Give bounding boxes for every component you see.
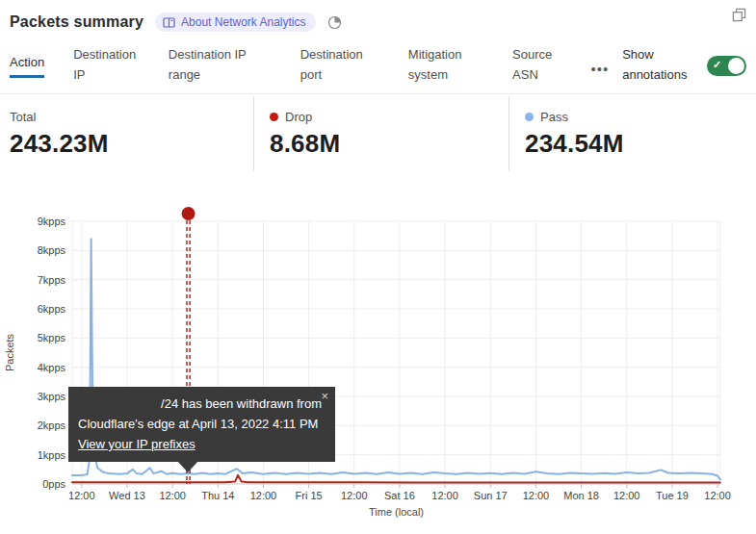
x-tick-label: Fri 15 [296, 490, 323, 501]
tab-label: Destination IP range [169, 45, 272, 86]
x-tick-label: 12:00 [704, 490, 731, 501]
series-line-drop [72, 475, 720, 483]
x-tick-label: 12:00 [250, 490, 277, 501]
x-tick-label: 12:00 [341, 490, 368, 501]
y-axis-title: Packets [4, 333, 15, 371]
x-tick-label: 12:00 [523, 490, 550, 501]
packets-chart[interactable]: 12:00Wed 1312:00Thu 1412:00Fri 1512:00Sa… [0, 202, 756, 534]
close-icon[interactable]: × [321, 390, 328, 402]
stats-row: Total 243.23M Drop 8.68M Pass 234.54M [0, 96, 756, 171]
annotations-control: Show annotations ✓ [622, 45, 746, 86]
page-title: Packets summary [10, 13, 143, 31]
x-tick-label: Tue 19 [656, 490, 689, 501]
y-tick-label: 2kpps [38, 420, 66, 431]
x-tick-label: Thu 14 [201, 490, 234, 501]
tab-list: ActionDestination IPDestination IP range… [10, 45, 565, 86]
tab-destination-ip[interactable]: Destination IP [73, 45, 140, 86]
x-tick-label: Sat 16 [384, 490, 415, 501]
x-axis-title: Time (local) [369, 506, 424, 518]
x-tick-label: 12:00 [613, 490, 640, 501]
toggle-knob [728, 58, 744, 74]
view-ip-prefixes-link[interactable]: View your IP prefixes [78, 437, 196, 451]
check-icon: ✓ [713, 59, 721, 71]
drop-legend-dot [270, 113, 278, 121]
chart-canvas: 12:00Wed 1312:00Thu 1412:00Fri 1512:00Sa… [0, 202, 756, 534]
show-annotations-label: Show annotations [622, 45, 697, 86]
x-tick-label: Mon 18 [563, 490, 599, 501]
y-tick-label: 3kpps [38, 391, 66, 402]
y-tick-label: 4kpps [38, 362, 66, 373]
tab-mitigation-system[interactable]: Mitigation system [408, 45, 483, 86]
tab-label: Action [10, 53, 44, 79]
x-tick-label: 12:00 [68, 490, 95, 501]
tooltip-text-line2: Cloudflare's edge at April 13, 2022 4:11… [78, 414, 324, 434]
tab-action[interactable]: Action [10, 53, 44, 79]
y-tick-label: 1kpps [38, 449, 66, 461]
stat-label: Total [10, 110, 36, 124]
tooltip-caret [177, 461, 198, 472]
show-annotations-toggle[interactable]: ✓ [707, 56, 746, 76]
tab-source-asn[interactable]: Source ASN [512, 45, 565, 86]
widget-header: Packets summary About Network Analytics [10, 8, 746, 37]
pass-legend-dot [525, 113, 534, 121]
more-tabs-button[interactable]: ••• [590, 56, 609, 76]
tab-label: Source ASN [512, 45, 565, 86]
stat-label: Drop [285, 110, 312, 124]
stat-label: Pass [540, 110, 568, 124]
book-icon [163, 17, 175, 28]
annotation-dot [182, 207, 196, 220]
y-tick-label: 6kpps [38, 303, 66, 315]
tab-destination-ip-range[interactable]: Destination IP range [169, 45, 272, 86]
x-tick-label: Sun 17 [474, 490, 508, 501]
stat-value: 243.23M [10, 129, 253, 159]
tab-destination-port[interactable]: Destination port [300, 45, 379, 86]
badge-label: About Network Analytics [181, 15, 305, 29]
stat-value: 8.68M [270, 129, 508, 159]
y-tick-label: 7kpps [38, 274, 66, 286]
x-tick-label: 12:00 [159, 490, 186, 501]
x-tick-label: 12:00 [431, 490, 458, 501]
tab-label: Mitigation system [408, 45, 483, 86]
stat-drop: Drop 8.68M [253, 96, 508, 171]
tab-label: Destination IP [73, 45, 140, 86]
x-tick-label: Wed 13 [109, 490, 145, 501]
y-tick-label: 0pps [42, 478, 65, 490]
restore-window-icon[interactable] [732, 8, 746, 26]
header-divider [0, 93, 756, 94]
pie-chart-icon[interactable] [327, 15, 342, 30]
y-tick-label: 8kpps [38, 244, 66, 256]
tooltip-text-line1: /24 has been withdrawn from [78, 394, 324, 414]
tab-label: Destination port [300, 45, 379, 86]
y-tick-label: 5kpps [38, 332, 66, 343]
stat-pass: Pass 234.54M [508, 96, 756, 171]
stat-value: 234.54M [525, 129, 756, 159]
about-network-analytics-badge[interactable]: About Network Analytics [155, 13, 315, 32]
tabs-row: ActionDestination IPDestination IP range… [10, 40, 746, 90]
annotation-tooltip: × /24 has been withdrawn from Cloudflare… [68, 387, 335, 462]
stat-total: Total 243.23M [0, 96, 253, 171]
y-tick-label: 9kpps [38, 216, 66, 227]
